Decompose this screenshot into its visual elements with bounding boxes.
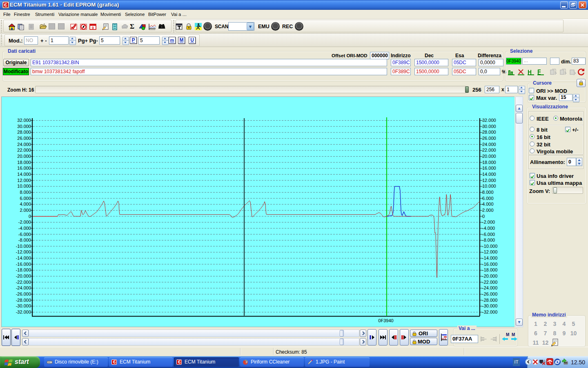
svg-text:0F3940: 0F3940 xyxy=(378,318,393,323)
svg-text:M: M xyxy=(512,332,515,337)
svg-text:-16.000: -16.000 xyxy=(16,262,31,267)
svg-text:M: M xyxy=(506,332,509,337)
svg-text:-12.000: -12.000 xyxy=(482,249,497,254)
svg-text:2.000: 2.000 xyxy=(20,208,31,213)
svg-text:20.000: 20.000 xyxy=(17,154,31,159)
svg-text:30.000: 30.000 xyxy=(482,124,496,129)
svg-text:-2.000: -2.000 xyxy=(482,220,495,224)
svg-text:26.000: 26.000 xyxy=(17,136,31,141)
svg-text:-28.000: -28.000 xyxy=(482,298,497,303)
svg-text:-4.000: -4.000 xyxy=(18,226,31,231)
svg-text:12.000: 12.000 xyxy=(17,178,31,183)
svg-text:8.000: 8.000 xyxy=(482,190,494,195)
svg-text:28.000: 28.000 xyxy=(17,130,31,135)
svg-text:-22.000: -22.000 xyxy=(482,280,497,285)
svg-text:-8.000: -8.000 xyxy=(18,238,31,242)
svg-text:-10.000: -10.000 xyxy=(16,244,31,249)
svg-text:14.000: 14.000 xyxy=(17,172,31,177)
svg-text:-20.000: -20.000 xyxy=(482,274,497,278)
svg-text:10.000: 10.000 xyxy=(482,184,496,188)
svg-text:-26.000: -26.000 xyxy=(16,292,31,296)
svg-text:12.000: 12.000 xyxy=(482,178,496,183)
svg-text:28.000: 28.000 xyxy=(482,130,496,135)
svg-text:-14.000: -14.000 xyxy=(16,256,31,260)
svg-text:-30.000: -30.000 xyxy=(482,303,497,308)
svg-text:6.000: 6.000 xyxy=(20,196,31,201)
svg-text:22.000: 22.000 xyxy=(482,148,496,153)
svg-text:-22.000: -22.000 xyxy=(16,280,31,285)
svg-text:30.000: 30.000 xyxy=(17,124,31,129)
svg-text:24.000: 24.000 xyxy=(17,142,31,147)
svg-text:32.000: 32.000 xyxy=(482,118,496,123)
svg-text:32.000: 32.000 xyxy=(17,118,31,123)
svg-text:18.000: 18.000 xyxy=(482,160,496,165)
svg-text:-30.000: -30.000 xyxy=(16,303,31,308)
svg-text:-10.000: -10.000 xyxy=(482,244,497,249)
svg-text:-8.000: -8.000 xyxy=(482,238,495,242)
svg-text:-18.000: -18.000 xyxy=(482,267,497,272)
svg-text:-2.000: -2.000 xyxy=(18,220,31,224)
svg-text:-14.000: -14.000 xyxy=(482,256,497,260)
svg-text:0: 0 xyxy=(92,26,94,30)
svg-text:6.000: 6.000 xyxy=(482,196,494,201)
svg-text:2.000: 2.000 xyxy=(482,208,494,213)
svg-text:-20.000: -20.000 xyxy=(16,274,31,278)
svg-text:-12.000: -12.000 xyxy=(16,249,31,254)
svg-text:26.000: 26.000 xyxy=(482,136,496,141)
svg-text:22.000: 22.000 xyxy=(17,148,31,153)
svg-text:4.000: 4.000 xyxy=(20,202,31,206)
svg-text:4.000: 4.000 xyxy=(482,202,494,206)
svg-text:14.000: 14.000 xyxy=(482,172,496,177)
svg-text:-26.000: -26.000 xyxy=(482,292,497,296)
svg-text:16.000: 16.000 xyxy=(482,166,496,171)
svg-text:-24.000: -24.000 xyxy=(16,285,31,290)
svg-text:-4.000: -4.000 xyxy=(482,226,495,231)
svg-text:-16.000: -16.000 xyxy=(482,262,497,267)
svg-text:10.000: 10.000 xyxy=(17,184,31,188)
svg-text:8.000: 8.000 xyxy=(20,190,31,195)
svg-text:24.000: 24.000 xyxy=(482,142,496,147)
svg-text:-6.000: -6.000 xyxy=(18,232,31,237)
svg-text:-24.000: -24.000 xyxy=(482,285,497,290)
svg-text:-18.000: -18.000 xyxy=(16,267,31,272)
svg-text:0: 0 xyxy=(29,214,31,219)
svg-text:-32.000: -32.000 xyxy=(16,310,31,314)
svg-text:-28.000: -28.000 xyxy=(16,298,31,303)
svg-text:16.000: 16.000 xyxy=(17,166,31,171)
svg-text:18.000: 18.000 xyxy=(17,160,31,165)
svg-text:0: 0 xyxy=(482,214,485,219)
svg-text:-32.000: -32.000 xyxy=(482,310,497,314)
svg-text:-6.000: -6.000 xyxy=(482,232,495,237)
svg-text:20.000: 20.000 xyxy=(482,154,496,159)
